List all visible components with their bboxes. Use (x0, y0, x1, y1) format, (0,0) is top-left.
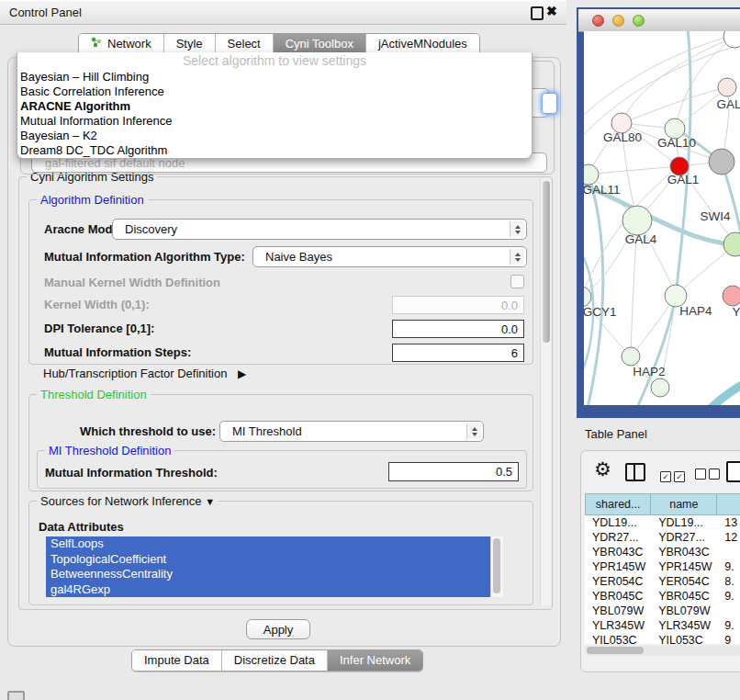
table-cell[interactable]: YBR045C (651, 589, 717, 604)
network-node-gal11[interactable] (584, 164, 599, 185)
collapsed-arrow-icon[interactable]: ▶ (238, 367, 246, 380)
menu-item-basic-correlation-inference[interactable]: Basic Correlation Inference (17, 85, 532, 99)
table-cell[interactable]: YBR043C (585, 545, 651, 559)
tab-network[interactable]: Network (79, 34, 164, 54)
network-node-gal4[interactable] (622, 206, 652, 235)
tab-discretize-data[interactable]: Discretize Data (222, 650, 328, 671)
dpi-tolerance-field[interactable]: 0.0 (392, 320, 524, 338)
table-hscrollbar-thumb[interactable] (587, 647, 644, 654)
table-cell[interactable]: YIL053C (651, 633, 717, 644)
tab-style[interactable]: Style (164, 34, 216, 54)
node-label: HAP2 (633, 365, 665, 378)
table-cell[interactable]: 12 (717, 530, 740, 545)
tab-select[interactable]: Select (216, 34, 274, 54)
table-row[interactable]: YDL19...YDL19...13 (585, 515, 740, 530)
table-cell[interactable]: YBL079W (585, 604, 651, 618)
attribute-item[interactable]: TopologicalCoefficient (46, 552, 503, 568)
column-header[interactable] (717, 493, 740, 515)
table-cell[interactable]: YBR043C (651, 545, 717, 559)
aracne-mode-combobox[interactable]: Discovery (112, 219, 527, 240)
tab-cyni-toolbox[interactable]: Cyni Toolbox (274, 34, 366, 54)
column-header[interactable]: shared... (585, 493, 651, 515)
table-row[interactable]: YBR043CYBR043C (585, 545, 740, 559)
zoom-traffic-light[interactable] (633, 15, 645, 27)
hub-definition-section[interactable]: Hub/Transcription Factor Definition ▶ (43, 367, 246, 380)
mi-type-combobox[interactable]: Naive Bayes (252, 246, 527, 267)
network-window-titlebar[interactable] (578, 9, 740, 32)
tab-jactivemnodules[interactable]: jActiveMNodules (366, 34, 479, 54)
gear-icon[interactable]: ⚙ (594, 458, 611, 480)
network-node-gal[interactable] (718, 78, 736, 96)
close-traffic-light[interactable] (592, 15, 604, 27)
menu-item-bayesian-hill-climbing[interactable]: Bayesian – Hill Climbing (17, 70, 532, 85)
which-threshold-combobox[interactable]: MI Threshold (219, 421, 484, 442)
mi-threshold-field[interactable]: 0.5 (388, 462, 519, 481)
table-cell[interactable]: YLR345W (651, 618, 717, 633)
table-cell[interactable]: YBL079W (651, 604, 717, 618)
tab-infer-network[interactable]: Infer Network (328, 650, 422, 671)
table-cell[interactable] (717, 604, 740, 618)
table-cell[interactable]: YER054C (585, 574, 651, 589)
table-cell[interactable]: 9. (717, 618, 740, 633)
table-cell[interactable]: 9. (717, 589, 740, 604)
table-cell[interactable]: YIL053C (585, 633, 651, 644)
table-cell[interactable]: 13 (717, 515, 740, 530)
table-row[interactable]: YLR345WYLR345W9. (585, 618, 740, 633)
table-cell[interactable]: 9 (717, 633, 740, 644)
list-scrollbar-thumb[interactable] (493, 538, 500, 593)
export-table-icon[interactable] (726, 461, 740, 482)
network-node[interactable] (723, 31, 740, 48)
network-node[interactable] (651, 378, 669, 397)
network-node[interactable] (709, 149, 734, 175)
table-cell[interactable]: YPR145W (585, 559, 651, 574)
mi-steps-field[interactable]: 6 (392, 344, 524, 362)
cyni-algorithm-settings-group: Cyni Algorithm Settings Algorithm Defini… (18, 176, 553, 610)
table-cell[interactable]: YBR045C (585, 589, 651, 604)
column-layout-icon[interactable] (625, 463, 645, 481)
column-header[interactable]: name (651, 493, 717, 515)
network-node-y[interactable] (723, 286, 740, 306)
menu-item-aracne-algorithm[interactable]: ARACNE Algorithm (17, 99, 532, 114)
settings-scrollbar-thumb[interactable] (543, 181, 550, 343)
deselect-all-checkboxes-icon[interactable] (695, 467, 723, 483)
expanded-arrow-icon[interactable]: ▼ (205, 496, 215, 507)
combobox-focus-stepper[interactable] (542, 93, 557, 114)
network-node-hap2[interactable] (622, 347, 640, 366)
menu-item-mutual-information-inference[interactable]: Mutual Information Inference (17, 114, 532, 129)
node-label: Y (732, 305, 740, 319)
kernel-width-field[interactable]: 0.0 (392, 296, 524, 314)
menu-item-dream8-dc-tdc-algorithm[interactable]: Dream8 DC_TDC Algorithm (17, 143, 532, 158)
table-cell[interactable]: YDR27... (651, 530, 717, 545)
which-threshold-value: MI Threshold (232, 424, 302, 438)
table-cell[interactable]: YER054C (651, 574, 717, 589)
table-row[interactable]: YDR27...YDR27...12 (585, 530, 740, 545)
table-cell[interactable]: YDR27... (585, 530, 651, 545)
table-cell[interactable]: 9. (717, 559, 740, 574)
select-all-checkboxes-icon[interactable]: ✓✓ (660, 467, 688, 483)
apply-button[interactable]: Apply (246, 619, 310, 639)
table-row[interactable]: YBR045CYBR045C9. (585, 589, 740, 604)
table-row[interactable]: YIL053CYIL053C9 (585, 633, 740, 644)
menu-item-bayesian-k2[interactable]: Bayesian – K2 (17, 129, 532, 143)
minimize-traffic-light[interactable] (612, 15, 624, 27)
tab-impute-data[interactable]: Impute Data (132, 650, 222, 671)
table-row[interactable]: YBL079WYBL079W (585, 604, 740, 618)
table-cell[interactable]: 8. (717, 574, 740, 589)
close-panel-icon[interactable]: ✖ (546, 4, 557, 18)
table-row[interactable]: YPR145WYPR145W9. (585, 559, 740, 574)
network-canvas[interactable]: GALGAL80GAL10GAL1GAL11GAL4SWI4GCY1HAP4YH… (584, 31, 740, 405)
float-panel-icon[interactable] (531, 6, 544, 20)
table-cell[interactable] (717, 545, 740, 559)
attribute-item[interactable]: gal4RGexp (46, 582, 503, 598)
attr-items: SelfLoopsTopologicalCoefficientBetweenne… (46, 536, 503, 597)
table-cell[interactable]: YDL19... (585, 515, 651, 530)
table-cell[interactable]: YLR345W (585, 618, 651, 633)
sources-group: Sources for Network Inference ▼ Data Att… (28, 501, 533, 605)
attribute-item[interactable]: BetweennessCentrality (46, 567, 503, 582)
manual-kernel-checkbox[interactable] (510, 275, 524, 288)
attribute-item[interactable]: SelfLoops (46, 536, 503, 552)
panel-dock-icon[interactable] (7, 691, 25, 700)
table-cell[interactable]: YPR145W (651, 559, 717, 574)
table-cell[interactable]: YDL19... (651, 515, 717, 530)
table-row[interactable]: YER054CYER054C8. (585, 574, 740, 589)
